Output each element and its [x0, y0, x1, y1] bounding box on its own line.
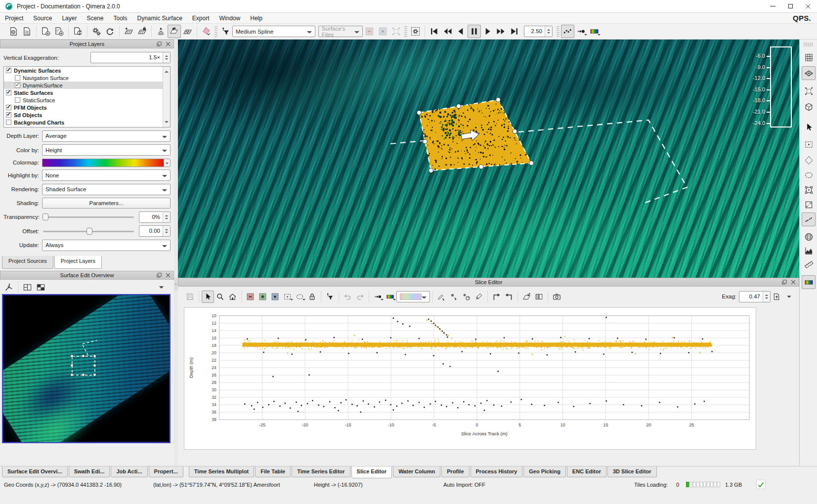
exag-spinner[interactable]: 0.47: [739, 291, 771, 302]
layer-tree-item[interactable]: Dynamic Surfaces: [4, 67, 170, 74]
close-panel-icon[interactable]: [165, 272, 172, 279]
color-by-combo[interactable]: Height: [42, 144, 171, 156]
playback-forward-button[interactable]: [494, 25, 508, 38]
menu-item-source[interactable]: Source: [28, 14, 57, 23]
pick-pen-button[interactable]: [435, 291, 448, 303]
close-button[interactable]: [799, 0, 817, 13]
layer-tree-item[interactable]: StaticSurface: [4, 96, 170, 104]
shading-parameters-button[interactable]: Parameters...: [42, 198, 171, 209]
processing-settings-button[interactable]: [90, 25, 103, 38]
bottom-tab-time-series-multiplot[interactable]: Time Series Multiplot: [189, 466, 254, 477]
depth-layer-combo[interactable]: Average: [42, 130, 171, 142]
playback-rewind-button[interactable]: [441, 25, 454, 38]
colorbar-toggle-button[interactable]: [802, 275, 816, 289]
rect-select-button[interactable]: [281, 291, 294, 303]
surface-edit-overview-canvas[interactable]: [2, 294, 171, 443]
layers-doc-button[interactable]: [20, 25, 34, 38]
add-raw-sonar-button[interactable]: [39, 25, 52, 38]
bottom-tab-job-acti[interactable]: Job Acti...: [111, 466, 147, 477]
selection-handle[interactable]: [429, 168, 433, 173]
bottom-tab-slice-editor[interactable]: Slice Editor: [351, 466, 392, 478]
selection-handle[interactable]: [496, 98, 501, 102]
grid-view-button[interactable]: [802, 50, 816, 64]
layer-tree-item[interactable]: Sd Objects: [4, 111, 170, 119]
menu-item-project[interactable]: Project: [0, 14, 28, 23]
bottom-tab-swath-edi[interactable]: Swath Edi...: [69, 466, 110, 477]
playback-play-button[interactable]: [481, 25, 494, 38]
bottom-tab-profile[interactable]: Profile: [441, 466, 469, 477]
dynamic-surface-area-button[interactable]: [200, 25, 213, 38]
layer-checkbox[interactable]: [6, 112, 11, 118]
slice-chart[interactable]: -25-20-15-10-505101520251012141618202224…: [184, 308, 756, 449]
layer-checkbox[interactable]: [15, 97, 20, 103]
menu-item-help[interactable]: Help: [245, 14, 267, 23]
tree-scrollbar[interactable]: [163, 67, 170, 127]
float-panel-icon[interactable]: [156, 41, 163, 47]
layer-checkbox[interactable]: [15, 83, 20, 88]
close-panel-icon[interactable]: [165, 41, 172, 47]
menu-item-tools[interactable]: Tools: [108, 14, 132, 23]
bottom-tab-3d-slice-editor[interactable]: 3D Slice Editor: [607, 466, 657, 477]
zoom-extents-button[interactable]: [802, 84, 816, 98]
project-doc-button[interactable]: [7, 25, 20, 38]
offset-slider[interactable]: [42, 226, 135, 236]
more-options-chevron[interactable]: [783, 291, 795, 303]
transparency-spinner[interactable]: 0%: [139, 211, 171, 223]
rendering-combo[interactable]: Shaded Surface: [42, 184, 171, 195]
tab-project-sources[interactable]: Project Sources: [2, 256, 53, 269]
layer-tree-item[interactable]: DynamicSurface: [4, 82, 170, 89]
add-processed-points-button[interactable]: [52, 25, 66, 38]
point-size-button[interactable]: [574, 25, 588, 38]
maximize-button[interactable]: [781, 0, 799, 13]
vertical-exaggeration-spinner[interactable]: 1.5×: [90, 52, 171, 63]
selection-handle[interactable]: [513, 129, 517, 134]
flat-surface-view-button[interactable]: [802, 66, 816, 80]
overview-layout-button[interactable]: [21, 281, 34, 294]
layer-checkbox[interactable]: [15, 75, 20, 81]
lock-button[interactable]: [306, 291, 318, 303]
patch-brush-button[interactable]: [520, 291, 533, 303]
export-slice-button[interactable]: [771, 291, 783, 303]
split-view-button[interactable]: [533, 291, 545, 303]
snapshot-button[interactable]: [551, 291, 563, 303]
reset-3d-view-button[interactable]: [802, 100, 816, 114]
annotate-button[interactable]: [473, 291, 485, 303]
lasso-select-button[interactable]: [294, 291, 306, 303]
tab-project-layers[interactable]: Project Layers: [54, 256, 102, 269]
lasso-select-button[interactable]: [802, 168, 816, 182]
playback-last-button[interactable]: [508, 25, 521, 38]
slice-home-button[interactable]: [226, 291, 239, 303]
selection-handle[interactable]: [529, 161, 534, 166]
colormap-combo[interactable]: [42, 159, 171, 167]
flag-back-button[interactable]: [503, 291, 515, 303]
box-edit-button[interactable]: [802, 183, 816, 197]
reload-data-button[interactable]: [71, 25, 85, 38]
layer-tree-item[interactable]: Static Surfaces: [4, 89, 170, 96]
float-panel-icon[interactable]: [156, 272, 163, 279]
collapse-handle[interactable]: ‹: [174, 278, 178, 291]
sounding-spray-button[interactable]: [154, 25, 168, 38]
highlight-by-combo[interactable]: None: [42, 169, 171, 181]
menu-item-dynamic-surface[interactable]: Dynamic Surface: [132, 14, 187, 23]
update-combo[interactable]: Always: [42, 240, 171, 251]
menu-item-scene[interactable]: Scene: [82, 14, 108, 23]
layer-tree[interactable]: Dynamic SurfacesNavigation SurfaceDynami…: [3, 66, 171, 127]
flag-forward-button[interactable]: [490, 291, 503, 303]
playback-step-back-button[interactable]: [454, 25, 468, 38]
bottom-tab-time-series-editor[interactable]: Time Series Editor: [292, 466, 350, 477]
playback-first-button[interactable]: [428, 25, 441, 38]
highlight-colormap-combo[interactable]: [396, 291, 430, 302]
filter-button[interactable]: [324, 291, 336, 303]
slice-zoom-button[interactable]: [214, 291, 226, 303]
filter-soundings-button[interactable]: [219, 25, 232, 38]
selection-handle[interactable]: [479, 165, 483, 169]
polygon-select-button[interactable]: [802, 153, 816, 167]
bottom-tab-enc-editor[interactable]: ENC Editor: [567, 466, 606, 477]
layer-tree-item[interactable]: Navigation Surface: [4, 74, 170, 82]
box-slice-button[interactable]: [802, 198, 816, 211]
spline-filter-combo[interactable]: Medium Spline: [232, 26, 315, 37]
selection-handle[interactable]: [457, 104, 461, 109]
bottom-tab-geo-picking[interactable]: Geo Picking: [523, 466, 566, 477]
slice-tool-button[interactable]: [802, 212, 816, 226]
scene-3d-view[interactable]: -6.0-9.0-12.0-15.0-18.0-21.0-24.0: [178, 40, 799, 278]
